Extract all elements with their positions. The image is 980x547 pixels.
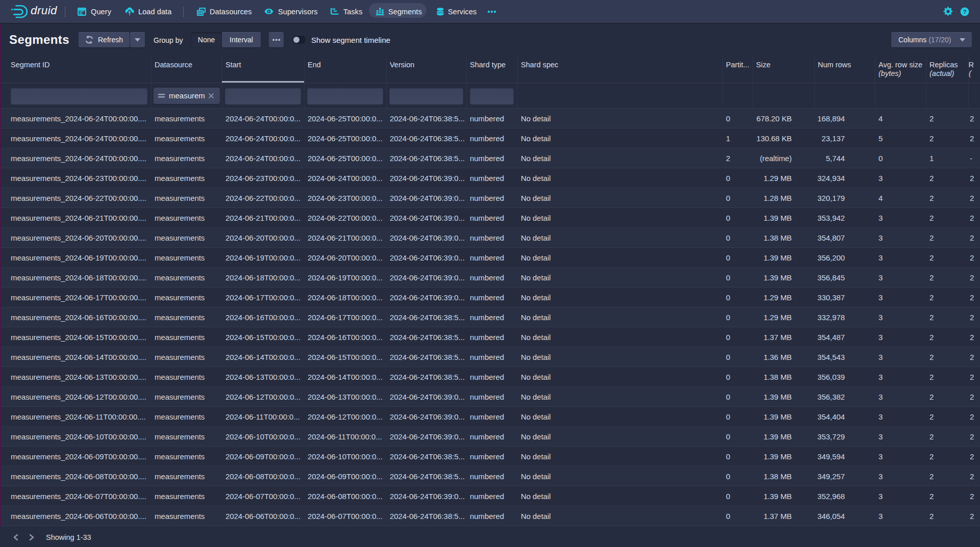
svg-text:?: ? — [963, 9, 966, 15]
